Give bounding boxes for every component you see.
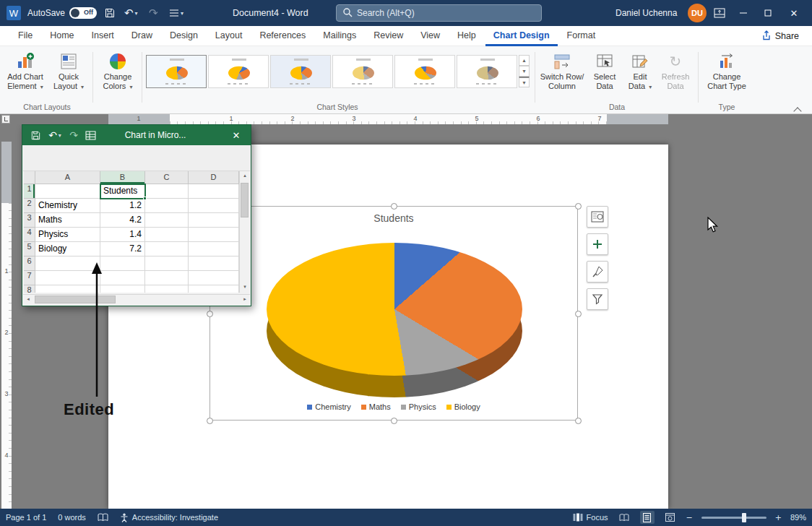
tab-references[interactable]: References — [251, 26, 314, 46]
row-header[interactable]: 3 — [24, 213, 35, 228]
legend-item[interactable]: Maths — [361, 402, 391, 411]
z oom-slider-thumb[interactable] — [742, 513, 746, 522]
column-header-a[interactable]: A — [35, 171, 100, 184]
vertical-scrollbar[interactable]: ▴ ▾ — [239, 171, 249, 293]
cell-b6[interactable] — [100, 256, 145, 271]
selection-handle[interactable] — [207, 418, 213, 424]
page-indicator[interactable]: Page 1 of 1 — [6, 513, 46, 522]
chart-filters-button[interactable] — [587, 288, 608, 310]
cell-d5[interactable] — [189, 242, 239, 256]
scroll-up-icon[interactable]: ▴ — [240, 171, 250, 181]
excel-save-icon[interactable] — [28, 125, 43, 145]
pie-chart[interactable] — [267, 243, 522, 376]
zoom-slider[interactable] — [701, 517, 766, 519]
cell-b1[interactable]: Students — [100, 184, 145, 199]
layout-options-button[interactable] — [587, 206, 608, 228]
chart-style-4[interactable] — [332, 55, 393, 88]
column-header-b[interactable]: B — [100, 171, 145, 184]
selection-handle[interactable] — [391, 418, 397, 424]
vertical-ruler[interactable]: 1 2 3 4 — [1, 142, 12, 509]
tab-chart-design[interactable]: Chart Design — [485, 26, 558, 46]
scroll-left-icon[interactable]: ◂ — [23, 295, 33, 304]
cell-d8[interactable] — [189, 285, 239, 293]
cell-b8[interactable] — [100, 285, 145, 293]
chart-legend[interactable]: Chemistry Maths Physics Biology — [210, 402, 577, 411]
read-mode-icon[interactable] — [617, 511, 631, 524]
excel-undo-icon[interactable]: ↶▾ — [46, 125, 64, 145]
selection-handle[interactable] — [575, 203, 582, 210]
chart-style-6[interactable] — [457, 55, 517, 88]
close-button[interactable]: ✕ — [782, 0, 806, 26]
cell-c7[interactable] — [145, 271, 189, 285]
horizontal-ruler[interactable]: 1 1 2 3 4 5 6 7 — [0, 114, 812, 124]
chart-styles-button[interactable] — [587, 261, 608, 283]
excel-data-window[interactable]: ↶▾ ↷ Chart in Micro... ✕ A B C D 1 — [22, 124, 251, 306]
cell-c5[interactable] — [145, 242, 189, 256]
cell-d4[interactable] — [189, 228, 239, 242]
tab-layout[interactable]: Layout — [207, 26, 251, 46]
chart-style-3[interactable] — [270, 55, 331, 88]
tab-file[interactable]: File — [10, 26, 40, 46]
search-box[interactable] — [336, 4, 542, 22]
legend-item[interactable]: Biology — [446, 402, 480, 411]
tab-selector-box[interactable] — [1, 115, 10, 124]
cell-c2[interactable] — [145, 199, 189, 213]
change-chart-type-button[interactable]: Change Chart Type — [704, 51, 750, 103]
minimize-button[interactable] — [731, 0, 756, 26]
chart-style-1[interactable] — [146, 55, 207, 88]
column-header-c[interactable]: C — [145, 171, 189, 184]
chart-object[interactable]: Students Chemistry Maths Physics Biology — [210, 206, 578, 421]
row-header[interactable]: 2 — [24, 199, 35, 213]
print-layout-icon[interactable] — [640, 511, 655, 524]
cell-d6[interactable] — [189, 256, 239, 271]
selection-handle[interactable] — [575, 311, 582, 317]
zoom-percent[interactable]: 89% — [790, 513, 806, 522]
tab-view[interactable]: View — [413, 26, 448, 46]
cell-a1[interactable] — [35, 184, 100, 199]
select-data-button[interactable]: Select Data — [587, 51, 623, 103]
search-input[interactable] — [357, 8, 535, 18]
row-header[interactable]: 5 — [24, 242, 35, 256]
quick-layout-button[interactable]: Quick Layout ▾ — [48, 51, 90, 103]
tab-design[interactable]: Design — [162, 26, 206, 46]
scroll-right-icon[interactable]: ▸ — [240, 295, 250, 304]
scroll-down-icon[interactable]: ▾ — [240, 283, 250, 293]
cell-c6[interactable] — [145, 256, 189, 271]
cell-d3[interactable] — [189, 213, 239, 228]
horizontal-scrollbar[interactable]: ◂ ▸ — [23, 294, 250, 304]
chart-style-2[interactable] — [208, 55, 269, 88]
save-icon[interactable] — [104, 0, 116, 26]
ribbon-display-options-icon[interactable] — [714, 0, 725, 26]
scroll-thumb[interactable] — [35, 296, 116, 303]
share-button[interactable]: Share — [761, 26, 799, 46]
cell-b5[interactable]: 7.2 — [100, 242, 145, 256]
chart-elements-button[interactable] — [587, 233, 608, 255]
cell-d7[interactable] — [189, 271, 239, 285]
tab-mailings[interactable]: Mailings — [315, 26, 364, 46]
add-chart-element-button[interactable]: Add Chart Element ▾ — [4, 51, 46, 103]
legend-item[interactable]: Physics — [401, 402, 436, 411]
cell-c8[interactable] — [145, 285, 189, 293]
selection-handle[interactable] — [575, 418, 582, 424]
row-header[interactable]: 7 — [24, 271, 35, 285]
excel-title-bar[interactable]: ↶▾ ↷ Chart in Micro... ✕ — [22, 125, 251, 145]
scroll-thumb[interactable] — [241, 183, 249, 217]
chart-title[interactable]: Students — [210, 212, 577, 224]
chart-style-5[interactable] — [394, 55, 455, 88]
cell-b7[interactable] — [100, 271, 145, 285]
selection-handle[interactable] — [391, 203, 397, 210]
legend-item[interactable]: Chemistry — [307, 402, 351, 411]
customize-quick-access-icon[interactable]: ▾ — [169, 0, 183, 26]
cell-c3[interactable] — [145, 213, 189, 228]
zoom-out-icon[interactable]: − — [686, 513, 693, 522]
cell-a5[interactable]: Biology — [35, 242, 100, 256]
cell-b3[interactable]: 4.2 — [100, 213, 145, 228]
avatar[interactable]: DU — [688, 0, 707, 26]
row-header[interactable]: 6 — [24, 256, 35, 271]
cell-b4[interactable]: 1.4 — [100, 228, 145, 242]
spreadsheet-grid[interactable]: A B C D 1 Students 2 Chemistry 1.2 — [24, 171, 239, 293]
change-colors-button[interactable]: Change Colors ▾ — [97, 51, 139, 103]
gallery-more-icon[interactable]: ▾ — [519, 77, 530, 87]
excel-close-icon[interactable]: ✕ — [226, 125, 246, 145]
focus-button[interactable]: Focus — [573, 513, 608, 522]
